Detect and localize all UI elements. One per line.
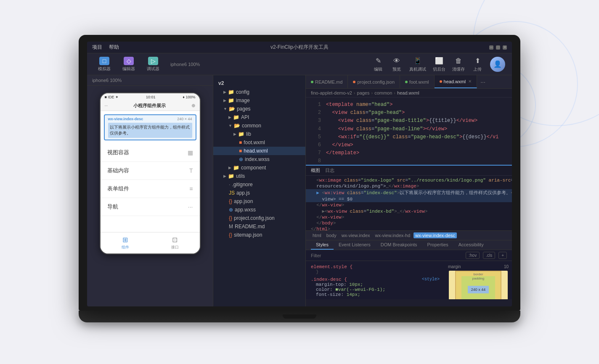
tree-item-image[interactable]: ▶ 📁 image [213, 96, 305, 105]
menu-item-form[interactable]: 表单组件 ≡ [101, 180, 200, 198]
tree-item-component[interactable]: ▶ 📁 component [213, 164, 305, 172]
menu-item-basic[interactable]: 基础内容 T [101, 162, 200, 180]
tree-item-lib[interactable]: ▶ 📁 lib [213, 130, 305, 138]
breadcrumb-item-pages: pages [357, 90, 370, 95]
preview-action[interactable]: 👁 预览 [391, 56, 403, 72]
element-size-label: 240 × 44 [177, 117, 192, 121]
chevron-icon: ▶ [228, 115, 231, 119]
tree-item-project-config[interactable]: {} project.config.json [213, 214, 305, 222]
menu-icon-basic: T [189, 167, 193, 174]
hover-pseudo[interactable]: :hov [466, 252, 480, 259]
simulator-device-label: iphone6 100% [92, 78, 122, 83]
upload-action[interactable]: ⬆ 上传 [472, 56, 483, 72]
html-line-6: ▶<wx-view class="index-bd">_</wx-view> [306, 208, 512, 214]
interface-tab-icon: ⊡ [172, 236, 178, 244]
folder-icon: 📁 [233, 114, 239, 120]
content-box: 240 x 44 [468, 286, 489, 293]
tree-root: v2 [213, 79, 305, 88]
tree-item-readme[interactable]: M README.md [213, 222, 305, 231]
component-tab-icon: ⊞ [122, 236, 128, 244]
path-wx-view-index[interactable]: wx-view.index [340, 232, 372, 238]
tab-readme[interactable]: README.md [306, 75, 348, 88]
html-line-2: resources/kind/logo.png">_</wx:image> [306, 183, 512, 189]
tab-label: project.config.json [357, 79, 395, 84]
device-debug-action[interactable]: 📱 真机调试 [409, 56, 426, 72]
menu-item-project[interactable]: 项目 [92, 44, 102, 51]
cls-pseudo[interactable]: .cls [483, 252, 495, 259]
filter-input[interactable] [311, 253, 462, 258]
log-tab[interactable]: 日志 [325, 167, 334, 174]
upload-icon: ⬆ [472, 56, 483, 66]
clear-cache-label: 清缓存 [452, 66, 465, 72]
tab-foot-wxml[interactable]: foot.wxml [400, 75, 434, 88]
path-wx-view-index-hd[interactable]: wx-view.index-hd [374, 232, 412, 238]
tab-interface[interactable]: ⊡ 接口 [171, 236, 179, 250]
menu-item-viewcontainer[interactable]: 视图容器 ▦ [101, 144, 200, 162]
tree-item-label: .gitignore [232, 182, 252, 187]
iphone-frame: ■ IDE ✦ 10:01 ♦ 100% ··· 小程序组件展示 ⊕ [87, 86, 213, 306]
tree-item-label: component [241, 165, 266, 171]
add-pseudo[interactable]: + [498, 252, 507, 259]
chevron-icon: ▶ [223, 174, 226, 178]
tab-component[interactable]: ⊞ 组件 [122, 236, 129, 250]
tree-item-app-json[interactable]: {} app.json [213, 197, 305, 206]
code-line-2: 2 <view class="page-head"> [306, 109, 512, 117]
tab-project-config[interactable]: project.config.json [348, 75, 400, 88]
tree-item-label: utils [236, 173, 245, 179]
tree-item-label: foot.wxml [244, 140, 265, 145]
debugger-button[interactable]: ▷ 调试器 [143, 55, 164, 74]
menu-item-help[interactable]: 帮助 [109, 44, 119, 51]
tab-head-wxml[interactable]: head.wxml ✕ [435, 75, 477, 88]
style-rule-index-desc: .index-desc { <style> margin-top: 10px; … [311, 277, 440, 297]
tree-item-utils[interactable]: ▶ 📁 utils [213, 172, 305, 180]
tree-item-foot-wxml[interactable]: ■ foot.wxml [213, 138, 305, 147]
editor-button[interactable]: ◇ 编辑器 [118, 55, 139, 74]
minimize-button[interactable]: ─ [489, 45, 493, 50]
code-editor[interactable]: 1 <template name="head"> 2 <view class="… [306, 98, 512, 165]
tab-label: README.md [315, 79, 342, 84]
html-line-3: ▶ <wx:view class="index-desc">以下将展示小程序官方… [306, 189, 512, 196]
tree-item-app-wxss[interactable]: ⊕ app.wxss [213, 206, 305, 214]
folder-open-icon: 📂 [234, 123, 240, 129]
breadcrumb-item-root: fino-applet-demo-v2 [311, 90, 352, 95]
tree-item-sitemap[interactable]: {} sitemap.json [213, 231, 305, 239]
element-path: html body wx-view.index wx-view.index-hd… [306, 231, 512, 240]
path-wx-view-index-desc[interactable]: wx-view.index-desc [413, 232, 457, 238]
tab-dom-breakpoints[interactable]: DOM Breakpoints [376, 240, 422, 250]
tree-item-pages[interactable]: ▼ 📂 pages [213, 105, 305, 113]
path-body[interactable]: body [325, 232, 338, 238]
app-title: 小程序组件展示 [133, 103, 166, 109]
tab-accessibility[interactable]: Accessibility [453, 240, 489, 250]
tab-more-icon[interactable]: ··· [477, 79, 489, 85]
code-line-7: 7 </template> [306, 149, 512, 157]
tree-item-common[interactable]: ▼ 📂 common [213, 121, 305, 130]
edit-action[interactable]: ✎ 编辑 [372, 56, 384, 72]
tab-properties[interactable]: Properties [422, 240, 453, 250]
tree-item-head-wxml[interactable]: ■ head.wxml [213, 147, 305, 155]
clear-cache-action[interactable]: 🗑 清缓存 [452, 56, 465, 72]
styles-panel: element.style { } .index-desc { <style> [306, 261, 512, 299]
close-button[interactable]: ✕ [503, 45, 507, 50]
breadcrumb-item-common: common [374, 90, 392, 95]
tree-item-api[interactable]: ▶ 📁 API [213, 113, 305, 121]
user-avatar[interactable]: 👤 [490, 57, 505, 72]
maximize-button[interactable]: □ [496, 45, 500, 50]
tab-styles[interactable]: Styles [311, 240, 334, 250]
toolbar-left: □ 模拟器 ◇ 编辑器 ▷ 调试器 iphone6 100% [94, 55, 203, 74]
editor-area: README.md project.config.json foot.wxml [306, 75, 512, 306]
tab-close-icon[interactable]: ✕ [468, 79, 472, 84]
tree-item-gitignore[interactable]: · .gitignore [213, 180, 305, 189]
tree-item-app-js[interactable]: JS app.js [213, 189, 305, 197]
selected-element-box: wx-view.index-desc 240 × 44 以下将展示小程序官方组件… [104, 114, 196, 140]
menu-item-nav[interactable]: 导航 ··· [101, 198, 200, 216]
tree-item-index-wxss[interactable]: ⊕ index.wxss [213, 155, 305, 164]
simulator-button[interactable]: □ 模拟器 [94, 55, 115, 74]
debugger-icon: ▷ [148, 57, 158, 65]
chevron-icon: ▶ [223, 90, 226, 94]
tab-event-listeners[interactable]: Event Listeners [334, 240, 376, 250]
tree-item-config[interactable]: ▶ 📁 config [213, 88, 305, 96]
path-html[interactable]: html [311, 232, 323, 238]
background-action[interactable]: ⬜ 切后台 [433, 56, 445, 72]
clear-cache-icon: 🗑 [453, 56, 464, 66]
html-tab[interactable]: 概图 [311, 167, 320, 174]
